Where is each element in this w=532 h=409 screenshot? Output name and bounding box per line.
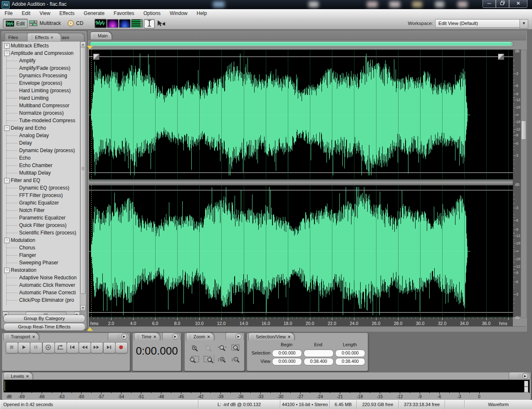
tree-item[interactable]: Chorus bbox=[19, 244, 35, 251]
tree-item[interactable]: Envelope (process) bbox=[19, 79, 62, 87]
scrub-tool-button[interactable] bbox=[156, 20, 166, 28]
pause-button[interactable] bbox=[30, 342, 42, 353]
view-length-field[interactable]: 0:38.400 bbox=[335, 358, 365, 365]
spectral-pan-view-button[interactable] bbox=[119, 19, 131, 28]
menu-window[interactable]: Window bbox=[165, 9, 192, 17]
cd-view-button[interactable]: CD bbox=[65, 19, 86, 27]
panel-menu-button[interactable]: ▶ bbox=[121, 333, 127, 340]
tree-item[interactable]: Automatic Phase Correcti bbox=[19, 289, 76, 296]
tab-selection-view[interactable]: Selection/View × bbox=[248, 333, 294, 340]
selection-length-field[interactable]: 0:00.000 bbox=[335, 350, 365, 357]
close-icon[interactable]: × bbox=[288, 335, 290, 339]
play-button[interactable] bbox=[18, 342, 30, 353]
workspace-select[interactable]: Edit View (Default) bbox=[435, 19, 520, 28]
tab-time[interactable]: Time × bbox=[134, 333, 160, 340]
playhead-marker-top-icon[interactable] bbox=[87, 46, 93, 49]
tree-item[interactable]: Modulation bbox=[11, 237, 35, 244]
tree-item[interactable]: Scientific Filters (process) bbox=[19, 229, 76, 237]
record-button[interactable] bbox=[115, 342, 128, 353]
tree-item[interactable]: Restoration bbox=[11, 266, 36, 274]
tree-item[interactable]: Quick Filter (process) bbox=[19, 222, 67, 229]
timeline-ruler[interactable]: 2.04.06.08.010.012.014.016.018.020.022.0… bbox=[89, 317, 513, 327]
close-icon[interactable]: × bbox=[32, 335, 35, 339]
view-end-field[interactable]: 0:38.400 bbox=[304, 358, 334, 365]
scroll-down-icon[interactable]: ▼ bbox=[80, 305, 86, 311]
scrollbar-thumb[interactable] bbox=[521, 121, 526, 140]
tree-item[interactable]: Delay bbox=[19, 139, 32, 147]
group-real-time-effects-button[interactable]: Group Real-Time Effects bbox=[3, 323, 85, 331]
playhead-marker-bottom-icon[interactable] bbox=[87, 327, 93, 331]
tree-item[interactable]: Multitrack Effects bbox=[11, 42, 49, 49]
tree-item[interactable]: Multitap Delay bbox=[19, 169, 51, 177]
tree-item[interactable]: Delay and Echo bbox=[11, 124, 46, 132]
zoom-to-selection-button[interactable] bbox=[230, 343, 242, 353]
panel-menu-button[interactable]: ▶ bbox=[522, 373, 528, 379]
close-icon[interactable]: × bbox=[50, 35, 53, 40]
panel-menu-button[interactable]: ▶ bbox=[235, 333, 242, 340]
waveform-canvas[interactable] bbox=[89, 49, 513, 317]
menu-help[interactable]: Help bbox=[192, 9, 212, 17]
rewind-button[interactable] bbox=[79, 342, 91, 353]
fast-forward-button[interactable] bbox=[91, 342, 103, 353]
tab-main[interactable]: Main bbox=[90, 32, 112, 39]
tree-item[interactable]: Amplify/Fade (process) bbox=[19, 64, 70, 72]
amplitude-handle-right[interactable] bbox=[498, 54, 504, 60]
scrollbar-thumb[interactable] bbox=[90, 42, 512, 45]
group-by-category-button[interactable]: Group By Category bbox=[3, 315, 85, 323]
go-to-beginning-button[interactable] bbox=[67, 342, 79, 353]
zoom-in-horizontal-button[interactable]: ↔ bbox=[188, 343, 201, 353]
tree-item[interactable]: Sweeping Phaser bbox=[19, 259, 58, 266]
menu-file[interactable]: File bbox=[0, 9, 17, 17]
title-bar[interactable]: Au Adobe Audition - flac.flac ─ ✕ bbox=[0, 0, 532, 9]
tree-item[interactable]: Amplitude and Compression bbox=[11, 49, 74, 57]
zoom-in-vertical-button[interactable]: ↕ bbox=[216, 355, 228, 365]
tab-transport[interactable]: Transport × bbox=[3, 333, 39, 340]
tree-item[interactable]: Hard Limiting (process) bbox=[19, 87, 71, 94]
close-button[interactable]: ✕ bbox=[509, 0, 527, 8]
tree-item[interactable]: Click/Pop Eliminator (pro bbox=[19, 296, 74, 304]
go-to-end-button[interactable] bbox=[103, 342, 116, 353]
tree-item[interactable]: Echo Chamber bbox=[19, 162, 52, 169]
tree-item[interactable]: Amplify bbox=[19, 57, 35, 64]
stop-button[interactable] bbox=[6, 342, 18, 353]
zoom-in-right-edge-button[interactable] bbox=[202, 355, 215, 365]
clip-indicator-right[interactable] bbox=[524, 387, 528, 392]
minimize-button[interactable]: ─ bbox=[483, 0, 496, 8]
tree-item[interactable]: Analog Delay bbox=[19, 132, 49, 139]
level-meter[interactable] bbox=[3, 379, 530, 393]
tree-item[interactable]: Multiband Compressor bbox=[19, 102, 69, 109]
waveform-display[interactable] bbox=[89, 49, 513, 317]
tree-item[interactable]: Dynamic EQ (process) bbox=[19, 184, 69, 192]
tree-item[interactable]: Graphic Equalizer bbox=[19, 199, 59, 207]
close-icon[interactable]: × bbox=[26, 374, 29, 378]
zoom-full-button[interactable] bbox=[216, 343, 228, 353]
tree-item[interactable]: Dynamics Processing bbox=[19, 72, 67, 79]
menu-favorites[interactable]: Favorites bbox=[109, 9, 139, 17]
tree-item[interactable]: Filter and EQ bbox=[11, 177, 40, 184]
menu-generate[interactable]: Generate bbox=[79, 9, 109, 17]
tab-zoom[interactable]: Zoom × bbox=[186, 333, 214, 340]
selection-begin-field[interactable]: 0:00.000 bbox=[272, 350, 302, 357]
menu-edit[interactable]: Edit bbox=[17, 9, 35, 17]
wave-vertical-scrollbar[interactable] bbox=[521, 49, 527, 318]
tree-item[interactable]: Tube-modeled Compress bbox=[19, 117, 75, 124]
amplitude-handle-left[interactable] bbox=[93, 54, 99, 60]
multitrack-view-button[interactable]: Multitrack bbox=[27, 19, 63, 27]
play-from-cursor-button[interactable] bbox=[42, 342, 55, 353]
restore-button[interactable] bbox=[496, 0, 509, 8]
spectral-frequency-view-button[interactable] bbox=[107, 19, 119, 28]
clip-indicator-left[interactable] bbox=[524, 381, 528, 387]
tree-vertical-scrollbar[interactable]: ▲ ▼ bbox=[80, 41, 86, 311]
edit-view-button[interactable]: Edit bbox=[3, 19, 28, 28]
tree-item[interactable]: Hard Limiting bbox=[19, 94, 49, 102]
menu-effects[interactable]: Effects bbox=[55, 9, 79, 17]
close-icon[interactable]: × bbox=[207, 335, 210, 339]
selection-end-field[interactable] bbox=[304, 350, 334, 357]
close-icon[interactable]: × bbox=[153, 335, 156, 339]
time-selection-tool-button[interactable] bbox=[144, 19, 155, 28]
tree-item[interactable]: Parametric Equalizer bbox=[19, 214, 65, 222]
tree-item[interactable]: Adaptive Noise Reduction bbox=[19, 274, 77, 281]
tab-effects[interactable]: Effects× bbox=[27, 33, 61, 41]
tree-item[interactable]: Normalize (process) bbox=[19, 109, 64, 117]
tree-item[interactable]: FFT Filter (process) bbox=[19, 192, 63, 199]
